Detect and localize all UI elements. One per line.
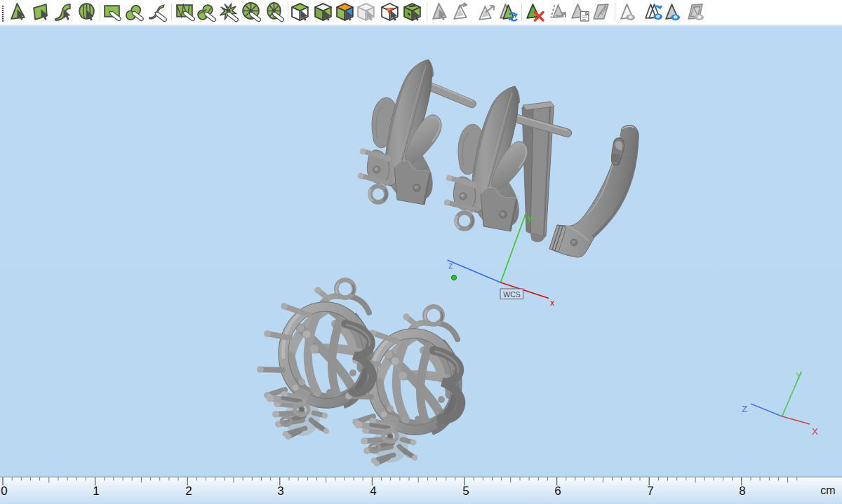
svg-text:Y: Y (796, 371, 802, 381)
svg-text:WCS: WCS (503, 290, 521, 299)
svg-text:x: x (550, 298, 555, 308)
svg-text:z: z (448, 261, 453, 271)
svg-text:Z: Z (742, 404, 747, 414)
svg-text:y: y (528, 213, 533, 223)
svg-text:X: X (812, 426, 818, 437)
